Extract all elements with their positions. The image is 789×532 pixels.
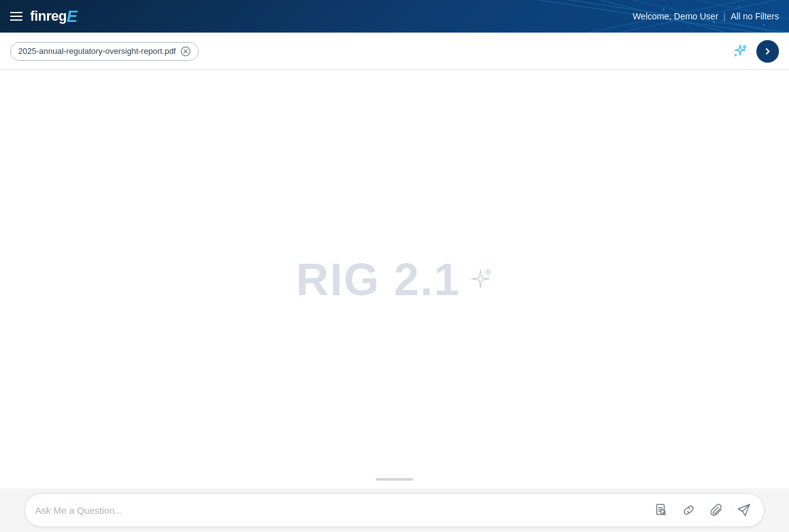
logo-letter: E <box>66 7 77 26</box>
send-button[interactable] <box>734 500 754 520</box>
file-tag-name: 2025-annual-regulatory-oversight-report.… <box>18 46 176 56</box>
svg-point-8 <box>662 8 665 11</box>
toolbar-right <box>729 40 779 63</box>
header-left: finreg E <box>10 7 77 26</box>
svg-point-10 <box>738 6 740 8</box>
app-logo: finreg E <box>30 7 77 26</box>
watermark-text: RIG 2.1 <box>296 254 460 305</box>
logo-text: finreg <box>30 8 66 24</box>
hamburger-menu[interactable] <box>10 12 23 21</box>
scroll-indicator <box>376 478 413 481</box>
toolbar: 2025-annual-regulatory-oversight-report.… <box>0 33 789 70</box>
toolbar-left: 2025-annual-regulatory-oversight-report.… <box>10 42 199 61</box>
app-header: finreg E Welcome, Demo User | All no Fil… <box>0 0 789 33</box>
next-button[interactable] <box>756 40 779 63</box>
chat-icons <box>651 500 754 520</box>
sparkle-button[interactable] <box>729 40 751 63</box>
header-right: Welcome, Demo User | All no Filters <box>633 11 779 21</box>
document-button[interactable] <box>651 500 671 520</box>
filters-link[interactable]: All no Filters <box>731 11 779 21</box>
main-content: RIG 2.1 <box>0 70 789 488</box>
watermark-sparkle-icon <box>468 267 493 292</box>
welcome-text: Welcome, Demo User <box>633 11 719 21</box>
attachment-button[interactable] <box>706 500 726 520</box>
file-tag-close-button[interactable] <box>181 46 191 56</box>
chat-input-container <box>24 493 765 527</box>
link-button[interactable] <box>679 500 699 520</box>
file-tag[interactable]: 2025-annual-regulatory-oversight-report.… <box>10 42 199 61</box>
svg-point-11 <box>763 24 765 26</box>
watermark: RIG 2.1 <box>296 254 493 305</box>
chat-area <box>0 488 789 532</box>
chat-input[interactable] <box>35 505 651 516</box>
header-separator: | <box>723 11 726 21</box>
